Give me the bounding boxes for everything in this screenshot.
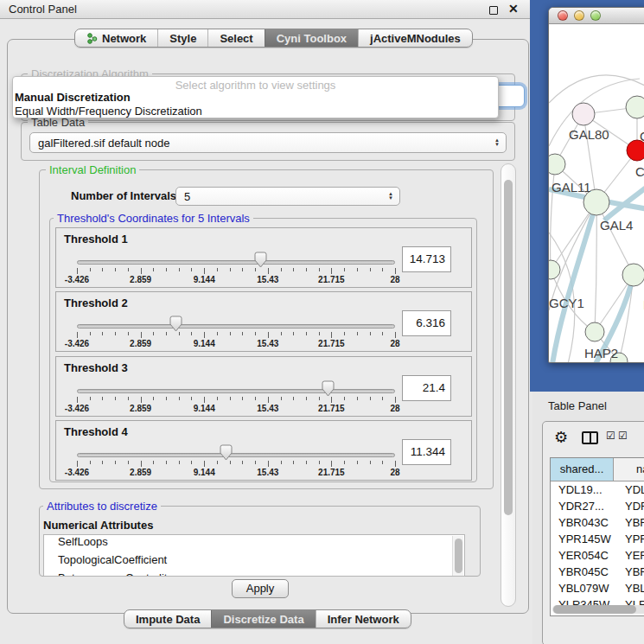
table-panel-title: Table Panel [548, 399, 607, 412]
table-row[interactable]: YBR043CYBR0 [551, 514, 644, 531]
threshold-3-value-field[interactable]: 21.4 [402, 375, 451, 401]
threshold-3-panel: Threshold 3 -3.4262.8599.14415.4321.7152… [55, 356, 472, 417]
label-gal11: GAL11 [552, 180, 591, 194]
scrollbar-thumb[interactable] [553, 605, 636, 614]
gear-icon[interactable]: ⚙ [554, 428, 568, 447]
attributes-group-title: Attributes to discretize [43, 500, 161, 513]
table-row[interactable]: YDR27...YDR2 [551, 498, 644, 514]
table-row[interactable]: YBL079WYBL0 [551, 580, 644, 596]
attribute-item[interactable]: TopologicalCoefficient [44, 553, 464, 571]
column-header-name[interactable]: na [614, 458, 644, 481]
slider-thumb[interactable] [253, 252, 268, 268]
stepper-arrows-icon: ▲▼ [388, 192, 393, 201]
label-partial-c: C [635, 164, 644, 179]
node-gcy1[interactable] [549, 260, 560, 279]
algorithm-placeholder: Select algorithm to view settings [13, 77, 498, 91]
table-row[interactable]: YBR045CYBR0 [551, 564, 644, 580]
panel-scrollbar[interactable] [501, 163, 516, 607]
slider-thumb[interactable] [321, 380, 335, 397]
slider-track[interactable] [77, 260, 395, 265]
close-icon[interactable]: ✕ [508, 2, 519, 16]
table-horizontal-scrollbar[interactable] [552, 605, 644, 614]
zoom-traffic-light-icon[interactable] [590, 10, 601, 21]
node-right-top[interactable] [626, 96, 644, 118]
node-table-body: YDL19...YDL1YDR27...YDR2YBR043CYBR0YPR14… [551, 481, 644, 616]
slider-thumb[interactable] [219, 444, 233, 461]
slider-track[interactable] [77, 453, 395, 457]
number-of-intervals-combobox[interactable]: 5 ▲▼ [175, 187, 400, 206]
table-data-value: galFiltered.sif default node [38, 137, 169, 150]
tab-infer-network[interactable]: Infer Network [316, 610, 411, 628]
tab-network-label: Network [102, 32, 146, 45]
tab-cyni-toolbox[interactable]: Cyni Toolbox [265, 29, 358, 47]
table-row[interactable]: YPR145WYPR1 [551, 531, 644, 547]
algorithm-dropdown-popup: Select algorithm to view settings Manual… [12, 76, 499, 118]
table-row[interactable]: YER054CYER0 [551, 547, 644, 564]
float-window-icon[interactable] [489, 6, 498, 15]
slider-track[interactable] [77, 324, 395, 328]
numerical-attributes-label: Numerical Attributes [43, 519, 153, 532]
tab-network[interactable]: Network [75, 29, 157, 47]
network-window-titlebar[interactable] [549, 8, 644, 24]
tab-select[interactable]: Select [207, 29, 264, 47]
attribute-item[interactable]: BetweennessCentrality [44, 571, 464, 577]
label-gcy1: GCY1 [549, 296, 584, 310]
option-equal-width-frequency[interactable]: Equal Width/Frequency Discretization [13, 105, 498, 118]
threshold-2-panel: Threshold 2 -3.4262.8599.14415.4321.7152… [55, 291, 472, 352]
network-icon [86, 33, 98, 44]
tab-impute-data[interactable]: Impute Data [124, 610, 211, 628]
checkbox-icon[interactable]: ☑ [618, 430, 628, 442]
column-header-shared-name[interactable]: shared... [551, 458, 614, 481]
control-panel-titlebar: Control Panel ✕ [0, 0, 530, 19]
label-partial-g: G [640, 129, 644, 143]
stepper-arrows-icon: ▲▼ [494, 138, 500, 147]
minimize-traffic-light-icon[interactable] [574, 10, 584, 21]
attribute-item[interactable]: SelfLoops [44, 535, 464, 553]
slider-track[interactable] [77, 389, 395, 393]
control-panel: Control Panel ✕ Network Style Select Cyn… [0, 0, 530, 644]
checkbox-icon[interactable]: ☑ [606, 430, 615, 442]
numerical-attributes-list[interactable]: SelfLoopsTopologicalCoefficientBetweenne… [43, 534, 465, 577]
table-panel-body: ⚙ ☑ ☑ shared... na YDL19...YDL1YDR27...Y… [542, 421, 644, 644]
apply-button[interactable]: Apply [232, 579, 289, 598]
list-scrollbar[interactable] [452, 536, 463, 577]
threshold-1-panel: Threshold 1 -3.4262.8599.14415.4321.7152… [55, 227, 472, 288]
top-tab-bar: Network Style Select Cyni Toolbox jActiv… [74, 29, 473, 48]
threshold-4-panel: Threshold 4 -3.4262.8599.14415.4321.7152… [55, 420, 472, 481]
panel-title: Control Panel [9, 3, 77, 16]
label-gal4: GAL4 [600, 218, 633, 233]
network-graph-canvas[interactable]: GAL80 G C GAL11 GAL4 GCY1 H HAP2 [549, 25, 644, 363]
threshold-1-value-field[interactable]: 14.713 [402, 246, 451, 272]
table-data-combobox[interactable]: galFiltered.sif default node ▲▼ [29, 132, 507, 153]
slider-thumb[interactable] [169, 316, 183, 332]
tab-jactivemnodules[interactable]: jActiveMNodules [358, 29, 472, 47]
node-hap2[interactable] [585, 322, 604, 341]
bottom-tab-bar: Impute Data Discretize Data Infer Networ… [124, 609, 411, 628]
label-gal80: GAL80 [569, 127, 609, 142]
node-gal11[interactable] [549, 154, 565, 175]
option-manual-discretization[interactable]: Manual Discretization [13, 91, 498, 105]
column-layout-icon[interactable] [582, 431, 598, 444]
table-header[interactable]: shared... na [551, 458, 644, 481]
label-hap2: HAP2 [584, 346, 618, 360]
network-view-window[interactable]: GAL80 G C GAL11 GAL4 GCY1 H HAP2 [548, 7, 644, 363]
table-row[interactable]: YDL19...YDL1 [551, 481, 644, 498]
table-panel: Table Panel ⚙ ☑ ☑ shared... na YDL19...Y… [532, 392, 644, 644]
scrollbar-thumb[interactable] [455, 539, 462, 573]
threshold-2-value-field[interactable]: 6.316 [402, 310, 451, 336]
threshold-coordinates-title: Threshold's Coordinates for 5 Intervals [54, 212, 253, 225]
threshold-4-value-field[interactable]: 11.344 [402, 439, 451, 465]
close-traffic-light-icon[interactable] [558, 10, 568, 21]
tab-discretize-data[interactable]: Discretize Data [211, 610, 315, 628]
interval-definition-title: Interval Definition [46, 163, 139, 176]
node-attribute-table[interactable]: shared... na YDL19...YDL1YDR27...YDR2YBR… [550, 457, 644, 616]
scrollbar-thumb[interactable] [504, 180, 513, 515]
node-gal80[interactable] [572, 103, 595, 125]
number-of-intervals-label: Number of Intervals [71, 189, 176, 202]
node-right-low[interactable] [622, 264, 644, 286]
number-of-intervals-value: 5 [184, 190, 190, 203]
tab-style[interactable]: Style [157, 29, 207, 47]
